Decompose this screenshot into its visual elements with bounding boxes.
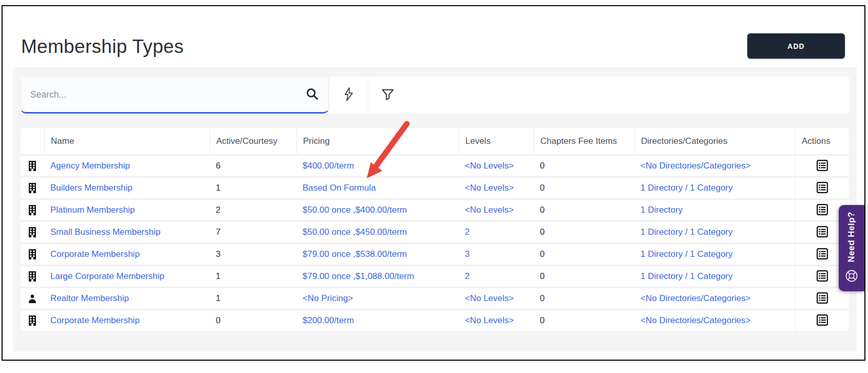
levels-link[interactable]: <No Levels> — [465, 293, 514, 303]
actions-button[interactable] — [817, 160, 828, 173]
building-icon — [21, 161, 44, 171]
building-icon — [21, 249, 44, 259]
app-window: Membership Types ADD — [2, 5, 865, 361]
chapters-fee-items-value: 0 — [534, 315, 634, 326]
column-header-name[interactable]: Name — [44, 128, 210, 154]
table-row: Small Business Membership 7 $50.00 once … — [21, 222, 849, 243]
content-panel: Name Active/Courtesy Pricing Levels Chap… — [13, 68, 857, 351]
active-courtesy-value: 1 — [210, 183, 296, 193]
membership-types-table: Name Active/Courtesy Pricing Levels Chap… — [21, 128, 849, 331]
building-icon — [21, 315, 44, 326]
directories-categories-link[interactable]: <No Directories/Categories> — [640, 293, 750, 303]
column-header-pricing[interactable]: Pricing — [296, 128, 459, 154]
active-courtesy-value: 1 — [210, 293, 296, 304]
search-toolbar — [21, 77, 849, 114]
building-icon — [21, 227, 44, 237]
chapters-fee-items-value: 0 — [534, 249, 634, 259]
pricing-link[interactable]: $50.00 once ,$400.00/term — [303, 205, 407, 215]
search-icon — [305, 87, 319, 103]
levels-link[interactable]: <No Levels> — [465, 315, 514, 325]
active-courtesy-value: 1 — [210, 271, 296, 282]
list-alt-icon — [817, 182, 828, 195]
membership-name-link[interactable]: Corporate Membership — [50, 249, 140, 259]
levels-link[interactable]: 2 — [465, 227, 469, 237]
actions-button[interactable] — [817, 248, 828, 261]
actions-button[interactable] — [817, 292, 828, 305]
membership-name-link[interactable]: Small Business Membership — [50, 227, 160, 237]
membership-name-link[interactable]: Corporate Membership — [50, 315, 140, 325]
column-header-active-courtesy[interactable]: Active/Courtesy — [210, 128, 296, 154]
table-row: Builders Membership 1 Based On Formula <… — [21, 178, 849, 198]
active-courtesy-value: 2 — [210, 205, 296, 215]
need-help-label: Need Help? — [846, 212, 857, 263]
active-courtesy-value: 0 — [210, 315, 296, 326]
life-ring-icon — [844, 269, 859, 285]
list-alt-icon — [817, 270, 828, 283]
membership-name-link[interactable]: Platinum Membership — [50, 205, 135, 215]
icon-column-header — [21, 128, 44, 154]
membership-name-link[interactable]: Large Corporate Membership — [50, 271, 164, 281]
directories-categories-link[interactable]: 1 Directory — [640, 205, 683, 215]
active-courtesy-value: 7 — [210, 227, 296, 237]
directories-categories-link[interactable]: <No Directories/Categories> — [640, 161, 750, 171]
building-icon — [21, 205, 44, 215]
directories-categories-link[interactable]: 1 Directory / 1 Category — [640, 227, 733, 237]
table-row: Agency Membership 6 $400.00/term <No Lev… — [21, 156, 849, 176]
search-input[interactable] — [30, 89, 305, 100]
directories-categories-link[interactable]: 1 Directory / 1 Category — [640, 249, 733, 259]
building-icon — [21, 271, 44, 282]
membership-name-link[interactable]: Agency Membership — [50, 161, 130, 171]
filter-button[interactable] — [368, 77, 407, 114]
levels-link[interactable]: <No Levels> — [465, 161, 514, 171]
levels-link[interactable]: 2 — [465, 271, 469, 281]
column-header-directories-categories[interactable]: Directories/Categories — [634, 128, 795, 154]
table-header-row: Name Active/Courtesy Pricing Levels Chap… — [21, 128, 849, 154]
actions-button[interactable] — [817, 204, 828, 217]
chapters-fee-items-value: 0 — [534, 205, 634, 215]
pricing-link[interactable]: $200.00/term — [303, 315, 354, 325]
column-header-actions: Actions — [795, 128, 849, 154]
table-row: Realtor Membership 1 <No Pricing> <No Le… — [21, 288, 849, 309]
chapters-fee-items-value: 0 — [534, 227, 634, 237]
search-box — [21, 77, 329, 114]
actions-button[interactable] — [817, 182, 828, 195]
pricing-link[interactable]: $79.00 once ,$538.00/term — [303, 249, 407, 259]
list-alt-icon — [817, 226, 828, 239]
membership-name-link[interactable]: Builders Membership — [50, 183, 133, 193]
directories-categories-link[interactable]: 1 Directory / 1 Category — [640, 271, 733, 281]
building-icon — [21, 183, 44, 193]
pricing-link[interactable]: $79.00 once ,$1,088.00/term — [303, 271, 414, 281]
person-icon — [21, 294, 44, 303]
column-header-chapters-fee-items[interactable]: Chapters Fee Items — [534, 128, 634, 154]
lightning-icon — [342, 87, 355, 104]
pricing-link[interactable]: <No Pricing> — [303, 293, 353, 303]
table-row: Platinum Membership 2 $50.00 once ,$400.… — [21, 200, 849, 220]
pricing-link[interactable]: $50.00 once ,$450.00/term — [303, 227, 407, 237]
actions-button[interactable] — [817, 270, 828, 283]
add-button[interactable]: ADD — [747, 33, 845, 59]
pricing-link[interactable]: Based On Formula — [303, 183, 376, 193]
levels-link[interactable]: <No Levels> — [465, 205, 514, 215]
active-courtesy-value: 3 — [210, 249, 296, 259]
levels-link[interactable]: <No Levels> — [465, 183, 514, 193]
table-row: Corporate Membership 3 $79.00 once ,$538… — [21, 244, 849, 265]
filter-funnel-icon — [381, 88, 394, 103]
table-row: Corporate Membership 0 $200.00/term <No … — [21, 310, 849, 331]
chapters-fee-items-value: 0 — [534, 183, 634, 193]
actions-button[interactable] — [817, 226, 828, 239]
directories-categories-link[interactable]: <No Directories/Categories> — [640, 315, 750, 325]
chapters-fee-items-value: 0 — [534, 293, 634, 304]
levels-link[interactable]: 3 — [465, 249, 469, 259]
actions-button[interactable] — [817, 314, 828, 327]
membership-name-link[interactable]: Realtor Membership — [50, 293, 129, 303]
list-alt-icon — [817, 314, 828, 327]
need-help-tab[interactable]: Need Help? — [839, 205, 864, 291]
column-header-levels[interactable]: Levels — [459, 128, 534, 154]
table-row: Large Corporate Membership 1 $79.00 once… — [21, 266, 849, 287]
directories-categories-link[interactable]: 1 Directory / 1 Category — [640, 183, 733, 193]
pricing-link[interactable]: $400.00/term — [303, 161, 354, 171]
list-alt-icon — [817, 160, 828, 173]
quick-search-button[interactable] — [329, 77, 368, 114]
list-alt-icon — [817, 292, 828, 305]
chapters-fee-items-value: 0 — [534, 161, 634, 171]
